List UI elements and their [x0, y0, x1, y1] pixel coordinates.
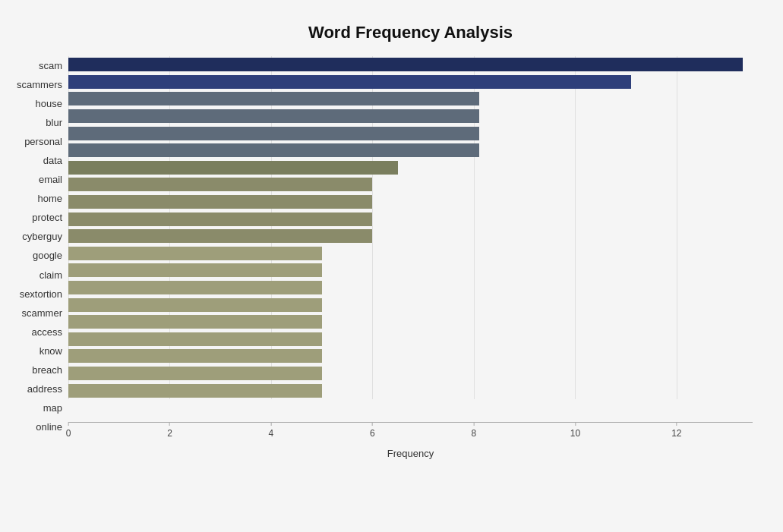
bar [68, 109, 479, 123]
bar-row [68, 313, 753, 330]
bar-row [68, 108, 753, 124]
bar [68, 367, 322, 380]
x-tick-label: 6 [370, 428, 375, 439]
y-axis-label: claim [39, 266, 62, 283]
bar-row [68, 125, 753, 142]
x-axis-title: Frequency [68, 448, 753, 459]
y-axis-label: personal [24, 134, 62, 150]
bar [68, 92, 479, 105]
bar [68, 349, 322, 363]
bar-row [68, 90, 753, 107]
bar-row [68, 365, 753, 382]
bar-row [68, 382, 753, 399]
bars-area [68, 56, 753, 422]
bar [68, 195, 372, 209]
x-tick: 12 [671, 422, 681, 439]
x-tick-label: 2 [167, 428, 172, 439]
bar-row [68, 142, 753, 159]
bar-row [68, 331, 753, 348]
y-axis-label: home [37, 190, 62, 207]
y-axis-label: scammers [17, 77, 62, 93]
bar-row [68, 279, 753, 296]
bar [68, 263, 322, 277]
plot-area: 024681012 Frequency [68, 56, 753, 459]
bar [68, 315, 322, 329]
bar-row [68, 297, 753, 313]
bar [68, 212, 372, 226]
x-tick-label: 8 [472, 428, 477, 439]
chart-body: scamscammershouseblurpersonaldataemailho… [0, 56, 753, 459]
bar [68, 247, 322, 260]
bar-row [68, 262, 753, 279]
y-axis-label: scam [39, 58, 62, 74]
y-axis-label: breach [32, 361, 62, 378]
bar-row [68, 228, 753, 244]
y-axis-label: house [36, 96, 62, 112]
y-axis: scamscammershouseblurpersonaldataemailho… [0, 56, 68, 459]
bar-row [68, 176, 753, 193]
y-axis-label: blur [46, 115, 62, 131]
x-tick: 0 [66, 422, 71, 439]
y-axis-label: email [39, 172, 62, 188]
bar [68, 178, 372, 191]
x-tick: 6 [370, 422, 375, 439]
bar-row [68, 194, 753, 210]
bar [68, 332, 322, 346]
y-axis-label: protect [32, 209, 62, 226]
x-tick-label: 12 [671, 428, 681, 439]
y-axis-label: data [43, 153, 62, 169]
bar [68, 143, 479, 157]
x-tick-label: 10 [570, 428, 580, 439]
y-axis-label: scammer [22, 304, 62, 321]
bar-row [68, 56, 753, 73]
x-axis: 024681012 [68, 422, 753, 445]
bar [68, 229, 372, 243]
bar [68, 127, 479, 140]
bar-row [68, 74, 753, 90]
chart-title: Word Frequency Analysis [0, 23, 753, 42]
bar [68, 58, 743, 71]
y-axis-label: sextortion [20, 285, 62, 302]
x-tick-label: 0 [66, 428, 71, 439]
x-tick: 4 [269, 422, 274, 439]
y-axis-label: online [36, 418, 62, 435]
bar-row [68, 348, 753, 364]
y-axis-label: know [39, 342, 62, 359]
x-tick-label: 4 [269, 428, 274, 439]
bar-row [68, 159, 753, 176]
bar-row [68, 245, 753, 262]
y-axis-label: access [32, 323, 62, 340]
x-tick: 8 [472, 422, 477, 439]
x-tick: 10 [570, 422, 580, 439]
bar [68, 384, 322, 398]
bar [68, 281, 322, 294]
x-tick: 2 [167, 422, 172, 439]
y-axis-label: cyberguy [22, 228, 62, 245]
chart-container: Word Frequency Analysis scamscammershous… [0, 0, 783, 532]
bar [68, 298, 322, 312]
bar [68, 75, 631, 89]
y-axis-label: address [27, 380, 62, 397]
y-axis-label: map [43, 399, 62, 416]
bar-row [68, 211, 753, 228]
bar [68, 161, 398, 175]
y-axis-label: google [33, 247, 62, 264]
